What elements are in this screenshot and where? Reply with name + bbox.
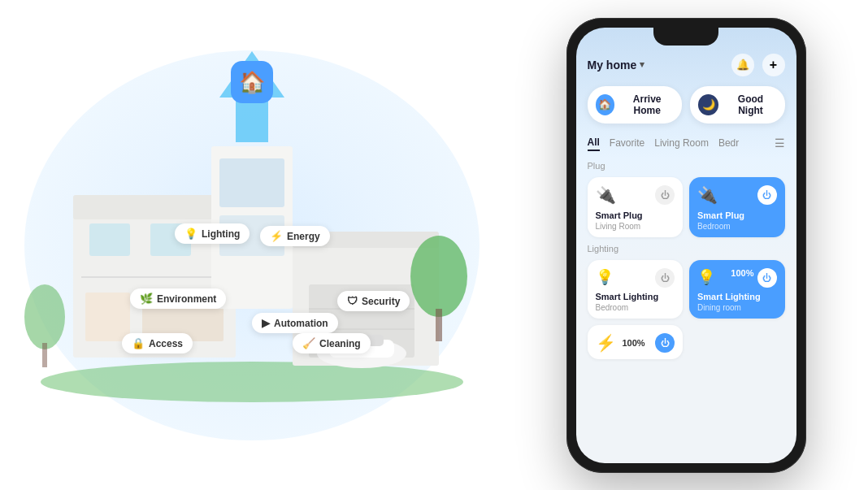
lighting-icon: 💡 bbox=[184, 228, 197, 240]
tabs-row: All Favorite Living Room Bedr ☰ bbox=[588, 135, 785, 151]
light2-icon: 💡 bbox=[697, 269, 715, 285]
plug-section-label: Plug bbox=[588, 161, 785, 171]
notification-bell-button[interactable]: 🔔 bbox=[731, 54, 754, 76]
svg-rect-5 bbox=[89, 223, 130, 256]
svg-rect-4 bbox=[81, 276, 228, 278]
svg-rect-7 bbox=[85, 293, 130, 341]
svg-rect-21 bbox=[436, 309, 442, 341]
bottom-device-power-button[interactable]: ⏻ bbox=[655, 333, 675, 353]
bottom-device-card[interactable]: ⚡ 100% ⏻ bbox=[588, 325, 684, 359]
label-automation[interactable]: ▶ Automation bbox=[252, 313, 338, 333]
header-icons: 🔔 + bbox=[731, 54, 785, 76]
good-night-icon: 🌙 bbox=[698, 94, 718, 115]
svg-point-20 bbox=[410, 236, 467, 317]
tab-bedr[interactable]: Bedr bbox=[718, 136, 739, 150]
plug1-room: Living Room bbox=[596, 222, 675, 231]
phone-header: My home ▾ 🔔 + bbox=[588, 50, 785, 76]
svg-point-22 bbox=[24, 284, 65, 349]
lighting-device-grid: 💡 ⏻ Smart Lighting Bedroom 💡 100% ⏻ Smar bbox=[588, 260, 785, 319]
smart-lighting-card-2[interactable]: 💡 100% ⏻ Smart Lighting Dining room bbox=[689, 260, 785, 319]
plug2-name: Smart Plug bbox=[697, 210, 777, 221]
label-access[interactable]: 🔒 Access bbox=[122, 333, 193, 353]
light2-room: Dining room bbox=[697, 303, 777, 312]
svg-rect-10 bbox=[219, 158, 284, 207]
right-section: My home ▾ 🔔 + 🏠 Arrive Home 🌙 bbox=[504, 0, 868, 490]
add-button[interactable]: + bbox=[762, 54, 785, 76]
dropdown-arrow-icon: ▾ bbox=[640, 59, 644, 70]
light1-room: Bedroom bbox=[596, 303, 675, 312]
security-icon: 🛡 bbox=[347, 295, 358, 307]
plug2-room: Bedroom bbox=[697, 222, 777, 231]
tab-all[interactable]: All bbox=[588, 135, 600, 151]
arrive-home-icon: 🏠 bbox=[596, 94, 615, 115]
label-lighting[interactable]: 💡 Lighting bbox=[175, 223, 250, 244]
smart-lighting-card-1[interactable]: 💡 ⏻ Smart Lighting Bedroom bbox=[588, 260, 684, 319]
smart-plug-card-1[interactable]: 🔌 ⏻ Smart Plug Living Room bbox=[588, 177, 684, 237]
tab-living-room[interactable]: Living Room bbox=[654, 136, 709, 150]
arrow-up-area: 🏠 bbox=[207, 45, 297, 154]
home-title-area[interactable]: My home ▾ bbox=[588, 59, 645, 72]
good-night-button[interactable]: 🌙 Good Night bbox=[690, 86, 785, 124]
bottom-device-icon: ⚡ bbox=[596, 333, 616, 353]
good-night-label: Good Night bbox=[724, 93, 776, 116]
light1-icon: 💡 bbox=[596, 269, 614, 285]
phone-device: My home ▾ 🔔 + 🏠 Arrive Home 🌙 bbox=[566, 18, 806, 473]
label-cleaning[interactable]: 🧹 Cleaning bbox=[293, 333, 371, 353]
automation-icon: ▶ bbox=[262, 317, 270, 329]
label-environment[interactable]: 🌿 Environment bbox=[130, 288, 226, 309]
scene-buttons-row: 🏠 Arrive Home 🌙 Good Night bbox=[588, 86, 785, 124]
arrive-home-label: Arrive Home bbox=[620, 93, 674, 116]
plug-device-grid: 🔌 ⏻ Smart Plug Living Room 🔌 ⏻ Smart Plu… bbox=[588, 177, 785, 237]
energy-icon: ⚡ bbox=[270, 230, 283, 242]
lighting-section-label: Lighting bbox=[588, 244, 785, 254]
plug2-power-button[interactable]: ⏻ bbox=[757, 185, 777, 205]
svg-point-1 bbox=[41, 362, 463, 402]
tabs-more-icon[interactable]: ☰ bbox=[775, 137, 785, 150]
home-title-text: My home bbox=[588, 59, 637, 72]
smart-plug-card-2[interactable]: 🔌 ⏻ Smart Plug Bedroom bbox=[689, 177, 785, 237]
arrive-home-button[interactable]: 🏠 Arrive Home bbox=[588, 86, 683, 124]
home-icon-circle: 🏠 bbox=[231, 61, 273, 103]
plug1-icon: 🔌 bbox=[596, 186, 616, 204]
cleaning-icon: 🧹 bbox=[302, 337, 315, 349]
phone-notch bbox=[653, 28, 718, 46]
light1-power-button[interactable]: ⏻ bbox=[655, 268, 675, 288]
tab-favorite[interactable]: Favorite bbox=[610, 136, 644, 150]
svg-rect-23 bbox=[42, 343, 47, 367]
access-icon: 🔒 bbox=[132, 337, 145, 349]
light2-percent: 100% bbox=[731, 268, 753, 278]
label-security[interactable]: 🛡 Security bbox=[337, 291, 410, 311]
plug2-icon: 🔌 bbox=[697, 186, 718, 204]
light2-name: Smart Lighting bbox=[697, 291, 777, 302]
plug1-power-button[interactable]: ⏻ bbox=[655, 185, 675, 205]
phone-content: My home ▾ 🔔 + 🏠 Arrive Home 🌙 bbox=[576, 28, 796, 463]
bottom-device-percent: 100% bbox=[623, 338, 645, 348]
label-energy[interactable]: ⚡ Energy bbox=[260, 226, 330, 246]
phone-screen: My home ▾ 🔔 + 🏠 Arrive Home 🌙 bbox=[576, 28, 796, 463]
left-section: 🏠 bbox=[0, 0, 504, 490]
environment-icon: 🌿 bbox=[140, 293, 153, 305]
light2-power-button[interactable]: ⏻ bbox=[757, 268, 777, 288]
plug1-name: Smart Plug bbox=[596, 210, 675, 221]
light1-name: Smart Lighting bbox=[596, 291, 675, 302]
